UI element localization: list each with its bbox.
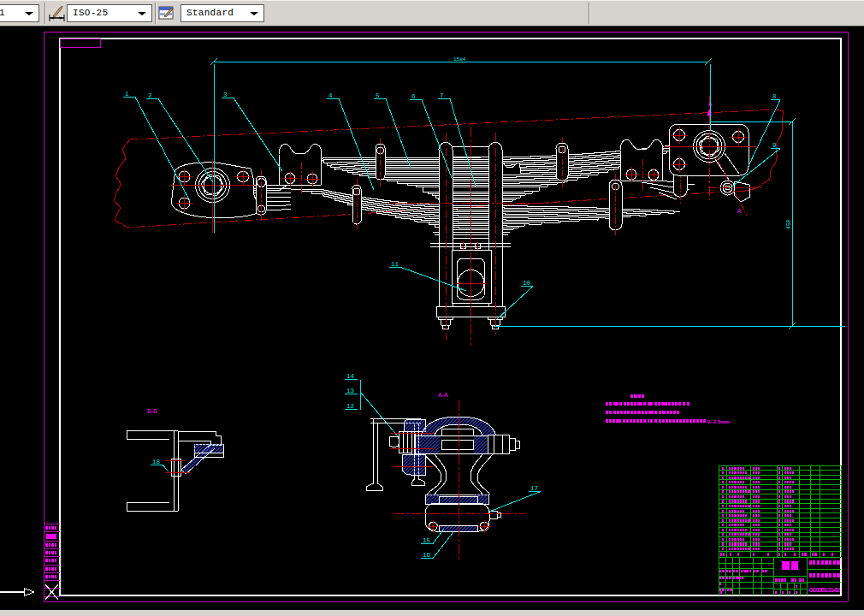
svg-text:A: A <box>700 145 703 150</box>
svg-text:2: 2 <box>148 92 152 99</box>
svg-text:5: 5 <box>376 92 380 99</box>
svg-text:15: 15 <box>423 537 431 544</box>
svg-text:14: 14 <box>346 373 355 380</box>
svg-text:0~2.5mm.: 0~2.5mm. <box>707 419 731 424</box>
svg-text:11: 11 <box>391 261 399 268</box>
svg-text:9: 9 <box>772 142 777 149</box>
svg-text:8: 8 <box>772 93 777 100</box>
svg-text:A: A <box>737 208 742 214</box>
svg-text:GD1951-11-02: GD1951-11-02 <box>808 586 840 594</box>
svg-text:13: 13 <box>346 388 355 394</box>
svg-text:3: 3 <box>223 92 228 98</box>
svg-text:12: 12 <box>346 403 354 410</box>
svg-text:18: 18 <box>152 459 160 465</box>
svg-text:6: 6 <box>411 93 416 100</box>
svg-text:1: 1 <box>125 91 129 98</box>
svg-text:16: 16 <box>423 552 431 559</box>
svg-text:450: 450 <box>786 219 792 229</box>
svg-text:7: 7 <box>440 92 444 99</box>
svg-text:B-B: B-B <box>147 408 157 414</box>
svg-text:1584: 1584 <box>453 56 466 62</box>
svg-text:A-A: A-A <box>438 392 448 398</box>
svg-text:10: 10 <box>523 280 531 287</box>
svg-text:4: 4 <box>328 92 333 99</box>
svg-text:17: 17 <box>530 485 538 492</box>
